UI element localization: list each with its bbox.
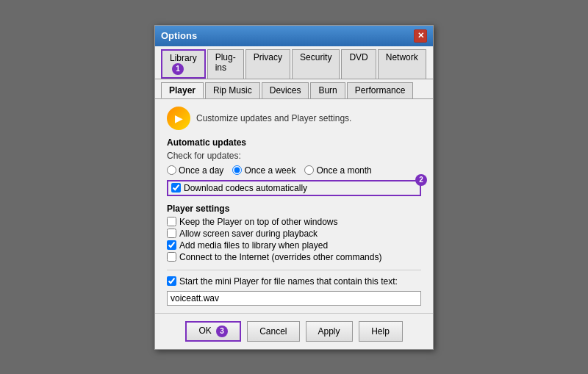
tab-burn[interactable]: Burn [310,82,345,98]
radio-once-a-day[interactable]: Once a day [167,165,223,176]
badge-1: 1 [172,63,184,75]
apply-button[interactable]: Apply [306,321,353,342]
add-media-checkbox[interactable] [167,240,176,250]
download-codecs-checkbox[interactable] [171,183,181,193]
tab-privacy[interactable]: Privacy [245,49,290,79]
radio-once-a-week-input[interactable] [232,165,242,175]
tab-player[interactable]: Player [161,82,204,98]
tab-row-2: Player Rip Music Devices Burn Performanc… [155,79,433,99]
screen-saver-item[interactable]: Allow screen saver during playback [167,229,421,239]
tab-network[interactable]: Network [378,49,426,79]
mini-player-checkbox[interactable] [167,276,176,286]
tab-security[interactable]: Security [292,49,340,79]
add-media-item[interactable]: Add media files to library when played [167,240,421,251]
dialog-footer: OK 3 Cancel Apply Help [155,313,433,349]
check-for-updates-label: Check for updates: [167,151,421,161]
dialog-content: ▶ Customize updates and Player settings.… [155,99,433,313]
tab-library[interactable]: Library1 [161,49,206,79]
title-bar: Options ✕ [155,26,433,46]
keep-on-top-checkbox[interactable] [167,217,176,226]
download-codecs-label: Download codecs automatically [184,183,307,193]
keep-on-top-item[interactable]: Keep the Player on top of other windows [167,217,421,227]
tab-plugins[interactable]: Plug-ins [207,49,244,79]
help-button[interactable]: Help [359,321,403,342]
download-codecs-row: Download codecs automatically 2 [167,180,421,196]
tab-dvd[interactable]: DVD [341,49,376,79]
radio-once-a-month-input[interactable] [304,165,314,175]
options-dialog: Options ✕ Library1 Plug-ins Privacy Secu… [154,25,434,350]
mini-player-section: Start the mini Player for file names tha… [167,270,421,306]
close-button[interactable]: ✕ [414,29,427,43]
header-row: ▶ Customize updates and Player settings. [167,107,421,130]
mini-player-item[interactable]: Start the mini Player for file names tha… [167,276,421,287]
screen-saver-checkbox[interactable] [167,229,176,238]
mini-player-text-input[interactable] [167,291,421,306]
cancel-button[interactable]: Cancel [247,321,299,342]
header-description: Customize updates and Player settings. [196,113,351,123]
radio-once-a-month[interactable]: Once a month [304,165,371,176]
connect-internet-checkbox[interactable] [167,252,176,262]
tab-performance[interactable]: Performance [347,82,414,98]
tab-rip-music[interactable]: Rip Music [205,82,260,98]
connect-internet-item[interactable]: Connect to the Internet (overrides other… [167,252,421,262]
player-settings-label: Player settings [167,204,421,214]
radio-once-a-week[interactable]: Once a week [232,165,295,176]
radio-once-a-day-input[interactable] [167,165,176,175]
player-icon: ▶ [167,107,190,130]
automatic-updates-section: Automatic updates Check for updates: Onc… [167,137,421,196]
tab-devices[interactable]: Devices [262,82,309,98]
update-frequency-group: Once a day Once a week Once a month [167,165,421,176]
player-settings-section: Player settings Keep the Player on top o… [167,204,421,262]
badge-2: 2 [415,174,427,186]
tab-row-1: Library1 Plug-ins Privacy Security DVD N… [155,46,433,79]
automatic-updates-label: Automatic updates [167,137,421,148]
badge-3: 3 [216,326,228,337]
dialog-title: Options [161,30,197,41]
ok-button[interactable]: OK 3 [185,321,241,342]
